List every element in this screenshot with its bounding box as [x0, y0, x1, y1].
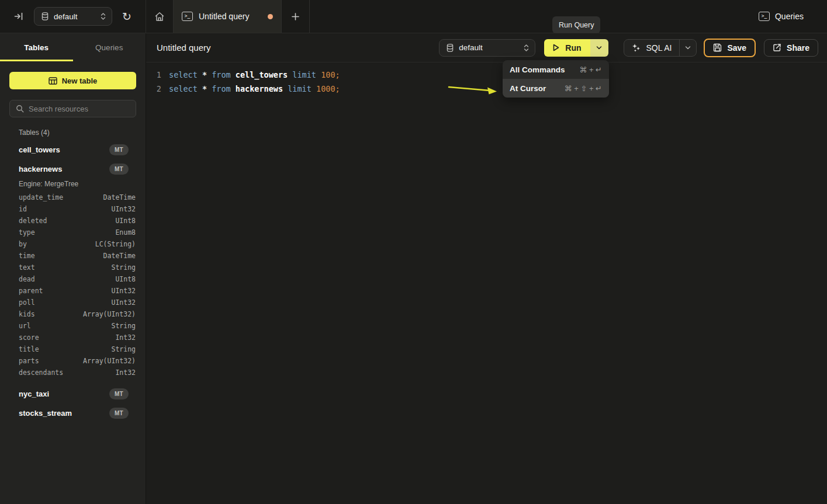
tab-untitled-query[interactable]: >_ Untitled query	[173, 0, 282, 33]
toolbar: default Run	[439, 39, 818, 57]
run-options-menu: All Commands ⌘ + ↵ At Cursor ⌘ + ⇧ + ↵	[503, 60, 609, 98]
page-title: Untitled query	[157, 43, 211, 53]
run-options-button[interactable]	[590, 39, 608, 57]
column-row: pollUInt32	[0, 297, 146, 308]
sql-ai-button[interactable]: SQL AI	[624, 40, 680, 56]
column-row: timeDateTime	[0, 250, 146, 262]
column-name: type	[19, 228, 35, 237]
column-type: Array(UInt32)	[83, 357, 136, 365]
sql-semicolon: ;	[335, 84, 340, 93]
main-panel: Untitled query default	[146, 33, 827, 504]
line-number: 2	[146, 82, 161, 96]
menu-item-at-cursor[interactable]: At Cursor ⌘ + ⇧ + ↵	[503, 79, 609, 98]
topbar-right-section: >_ Queries	[759, 0, 827, 33]
sql-number: 100	[321, 70, 335, 79]
search-input[interactable]	[29, 105, 132, 113]
column-name: update_time	[19, 193, 63, 201]
column-row: idUInt32	[0, 203, 146, 215]
sql-keyword: from	[212, 84, 236, 93]
column-name: parts	[19, 357, 39, 365]
queries-link[interactable]: >_ Queries	[759, 12, 804, 21]
new-tab-button[interactable]	[282, 0, 310, 33]
column-name: poll	[19, 298, 35, 307]
database-icon	[41, 12, 49, 20]
sql-table-name: hackernews	[236, 84, 288, 93]
column-name: deleted	[19, 217, 47, 225]
column-type: UInt32	[111, 205, 136, 213]
save-button[interactable]: Save	[704, 39, 756, 57]
table-item-hackernews[interactable]: hackernews MT	[0, 159, 146, 179]
column-row: deletedUInt8	[0, 215, 146, 227]
new-table-button[interactable]: New table	[9, 72, 136, 89]
sql-keyword: select	[169, 84, 202, 93]
share-icon	[773, 43, 781, 52]
column-row: parentUInt32	[0, 285, 146, 297]
column-name: url	[19, 322, 31, 330]
column-row: kidsArray(UInt32)	[0, 308, 146, 320]
run-button-label: Run	[565, 43, 581, 53]
sidebar-tab-tables[interactable]: Tables	[0, 33, 73, 61]
table-item-cell-towers[interactable]: cell_towers MT	[0, 140, 146, 159]
menu-item-all-commands[interactable]: All Commands ⌘ + ↵	[503, 60, 609, 79]
column-name: score	[19, 333, 39, 342]
sql-keyword: limit	[288, 84, 316, 93]
collapse-sidebar-icon[interactable]	[14, 12, 24, 21]
save-icon	[713, 43, 722, 52]
unsaved-indicator-dot	[268, 14, 273, 19]
menu-item-shortcut: ⌘ + ⇧ + ↵	[565, 84, 602, 93]
column-type: Int32	[115, 369, 136, 377]
column-row: typeEnum8	[0, 227, 146, 238]
chevron-updown-icon	[524, 44, 529, 52]
search-box	[9, 100, 136, 117]
table-name: stocks_stream	[19, 409, 109, 418]
tables-section-header: Tables (4)	[19, 128, 146, 137]
menu-item-label: At Cursor	[510, 84, 546, 93]
column-row: byLC(String)	[0, 238, 146, 250]
chevron-down-icon	[596, 46, 602, 50]
column-row: scoreInt32	[0, 332, 146, 343]
engine-badge: MT	[109, 388, 129, 399]
table-name: hackernews	[19, 165, 109, 173]
column-type: UInt32	[111, 298, 136, 307]
terminal-icon: >_	[759, 12, 770, 21]
menu-item-shortcut: ⌘ + ↵	[579, 65, 602, 74]
save-button-label: Save	[727, 43, 746, 53]
column-type: DateTime	[103, 252, 136, 260]
engine-badge: MT	[109, 408, 129, 419]
active-tab-underline	[0, 60, 73, 61]
share-button[interactable]: Share	[764, 39, 818, 57]
engine-badge: MT	[109, 164, 129, 175]
run-button[interactable]: Run	[544, 39, 590, 57]
column-type: UInt32	[111, 287, 136, 295]
share-button-label: Share	[787, 43, 809, 53]
sql-semicolon: ;	[335, 70, 340, 79]
sparkles-icon	[632, 43, 641, 53]
run-query-tooltip: Run Query	[552, 16, 600, 33]
refresh-icon[interactable]: ↻	[122, 11, 132, 22]
toolbar-database-selector[interactable]: default	[439, 39, 535, 57]
column-row: update_timeDateTime	[0, 192, 146, 203]
column-name: kids	[19, 310, 35, 318]
code-content: select * from cell_towers limit 100;	[169, 68, 340, 82]
column-name: id	[19, 205, 27, 213]
sql-keyword: select	[169, 70, 202, 79]
table-item-stocks-stream[interactable]: stocks_stream MT	[0, 404, 146, 423]
sql-editor[interactable]: 1 select * from cell_towers limit 100; 2…	[146, 62, 827, 504]
sql-star: *	[202, 84, 212, 93]
table-item-nyc-taxi[interactable]: nyc_taxi MT	[0, 384, 146, 404]
table-name: cell_towers	[19, 145, 109, 154]
code-content: select * from hackernews limit 1000;	[169, 82, 340, 96]
sql-ai-options-button[interactable]	[679, 40, 696, 56]
home-tab[interactable]	[146, 0, 173, 33]
run-split-button: Run	[544, 39, 608, 57]
column-name: time	[19, 252, 35, 260]
column-type: Enum8	[115, 228, 136, 237]
menu-item-label: All Commands	[510, 65, 565, 74]
plus-icon	[291, 12, 300, 21]
tab-label: Untitled query	[199, 12, 262, 21]
column-row: textString	[0, 262, 146, 273]
database-selector[interactable]: default	[34, 7, 112, 26]
sidebar-tab-queries[interactable]: Queries	[73, 33, 146, 61]
play-icon	[552, 43, 560, 52]
sidebar: Tables Queries New table Tables (4)	[0, 33, 146, 504]
